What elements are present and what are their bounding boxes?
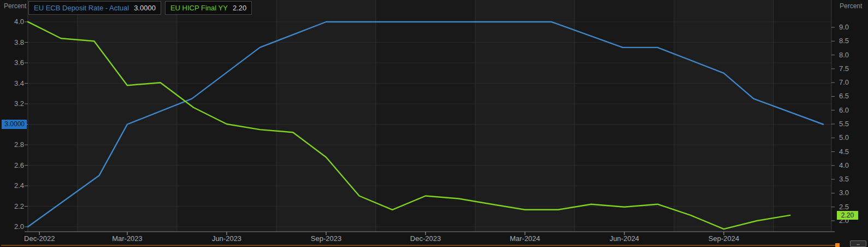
x-axis-label: Mar-2023 [101,234,153,243]
legend-item-ecb-deposit-rate[interactable]: EU ECB Deposit Rate - Actual 3.0000 [28,1,161,15]
left-axis-current-value-badge: 3.0000 [2,120,27,129]
left-axis-tick-label: 2.0 [0,222,24,231]
right-axis-tick-label: 4.0 [839,161,866,170]
x-axis-label: Sep-2024 [698,234,750,243]
plot-band [575,0,674,232]
x-axis-label: Sep-2023 [300,234,352,243]
right-axis-current-value-badge: 2.20 [837,211,858,220]
plot-band [177,0,276,232]
right-axis-tick-label: 6.0 [839,106,866,115]
right-axis-tick-label: 6.5 [839,92,866,101]
plot-band [773,0,831,232]
right-axis-tick-label: 2.5 [839,203,866,211]
right-axis-tick-label: 5.0 [839,133,866,142]
x-axis-label: Jun-2023 [200,234,253,243]
right-axis-title: Percent [840,2,862,10]
legend-series-name: EU HICP Final YY [170,4,228,12]
legend: EU ECB Deposit Rate - Actual 3.0000 EU H… [28,1,252,15]
right-axis-tick-label: 3.0 [839,189,866,197]
right-axis-tick-label: 4.5 [839,148,866,156]
left-axis-tick-label: 3.6 [0,58,24,67]
legend-item-hicp-final-yy[interactable]: EU HICP Final YY 2.20 [165,1,252,15]
left-axis-tick-label: 3.2 [0,99,24,108]
left-axis-tick-label: 3.4 [0,79,24,88]
left-axis-tick-label: 2.6 [0,161,24,170]
scrollbar-resize-button[interactable]: ↔ [850,240,866,247]
left-axis-tick-label: 2.4 [0,181,24,190]
legend-series-name: EU ECB Deposit Rate - Actual [34,4,129,12]
right-axis-tick-label: 5.5 [839,120,866,128]
scrollbar-track[interactable] [1,245,835,246]
x-axis-label: Jun-2024 [598,234,651,243]
left-axis-tick-label: 3.8 [0,38,24,47]
x-axis-label: Mar-2024 [499,234,551,243]
right-axis-tick-label: 9.0 [839,23,866,32]
plot-band [674,0,773,232]
x-axis-label: Dec-2023 [399,234,452,243]
right-axis-tick-label: 7.5 [839,64,866,73]
scrollbar-thumb[interactable] [835,243,840,247]
plot-area[interactable] [0,0,868,247]
right-axis-tick-label: 8.5 [839,37,866,45]
right-axis-tick-label: 8.0 [839,51,866,60]
legend-series-value: 2.20 [233,4,246,12]
legend-series-value: 3.0000 [134,4,156,12]
right-axis-tick-label: 7.0 [839,78,866,87]
left-axis-tick-label: 2.2 [0,202,24,211]
left-axis-tick-label: 2.8 [0,140,24,149]
plot-band [78,0,177,232]
left-axis-title: Percent [4,2,26,10]
right-axis-tick-label: 3.5 [839,175,866,184]
plot-band [376,0,475,232]
chart-window: Percent Percent EU ECB Deposit Rate - Ac… [0,0,868,247]
left-axis-tick-label: 4.0 [0,17,24,26]
x-axis-label: Dec-2022 [13,234,66,243]
plot-band [475,0,575,232]
